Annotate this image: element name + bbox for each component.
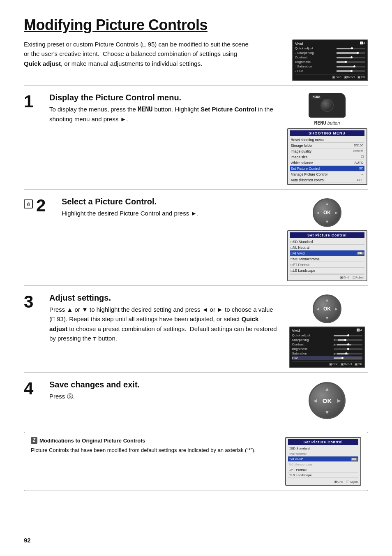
step-4-image: ▲ ▼ ◄ ► OK [286,380,368,421]
step-2-image: ▲ ▼ ◄ ► OK Set Picture Control □SD Stand… [286,197,368,281]
step-3-desc: Press ▲ or ▼ to highlight the desired se… [49,305,278,343]
shooting-menu-screen: SHOOTING MENU Reset shooting menu-- Stor… [287,128,367,185]
step-1-content: Display the Picture Control menu. To dis… [49,93,278,124]
note-desc: Picture Controls that have been modified… [31,446,277,454]
page-number: 92 [24,537,31,544]
step-2-section: ⎙ 2 Select a Picture Control. Highlight … [24,189,368,285]
note-title-text: Modifications to Original Picture Contro… [39,438,145,444]
note-icon: Z [31,437,37,444]
step-3-content: Adjust settings. Press ▲ or ▼ to highlig… [49,293,278,343]
step-2-title: Select a Picture Control. [62,197,278,206]
note-box: Z Modifications to Original Picture Cont… [24,432,368,491]
step-3-number: 3 [24,293,39,310]
vivid-screen-top: Vivid 🆂 A Quick adjust - Sharpening Cont… [292,39,368,81]
step-1-number: 1 [24,93,39,110]
step-2-number: 2 [36,197,52,214]
step-1-section: 1 Display the Picture Control menu. To d… [24,85,368,189]
step-4-number: 4 [24,380,39,397]
set-picture-control-screen-1: Set Picture Control □SD Standard □NL Neu… [287,230,367,281]
step-1-img-label: MENU button [314,120,340,126]
step-1-desc: To display the menus, press the MENU but… [49,104,278,124]
step-4-title: Save changes and exit. [49,380,278,389]
step-3-image: ▲ ▼ ◄ ► OK Vivid 🆂 A Quick adjust [286,293,368,368]
step-4-desc: Press Ⓢ. [49,392,278,401]
step-4-content: Save changes and exit. Press Ⓢ. [49,380,278,401]
step-4-section: 4 Save changes and exit. Press Ⓢ. ▲ ▼ ◄ … [24,372,368,425]
page-title: Modifying Picture Controls [24,16,368,34]
step-3-section: 3 Adjust settings. Press ▲ or ▼ to highl… [24,285,368,372]
step-1-image: MENU MENU button SHOOTING MENU Reset sho… [286,93,368,185]
note-content: Z Modifications to Original Picture Cont… [31,437,277,454]
intro-section: Existing preset or custom Picture Contro… [24,39,368,81]
step-1-title: Display the Picture Control menu. [49,93,278,102]
note-title: Z Modifications to Original Picture Cont… [31,437,277,444]
step-2-icon: ⎙ [24,199,33,208]
set-picture-control-screen-2: Set Picture Control □SD Standard □NL Neu… [285,437,361,486]
step-2-content: Select a Picture Control. Highlight the … [62,197,278,218]
intro-text: Existing preset or custom Picture Contro… [24,39,254,68]
step-3-title: Adjust settings. [49,293,278,303]
step-2-desc: Highlight the desired Picture Control an… [62,208,278,218]
vivid-screen-step3: Vivid 🆂 A Quick adjust Sharpening 2 [289,327,365,368]
